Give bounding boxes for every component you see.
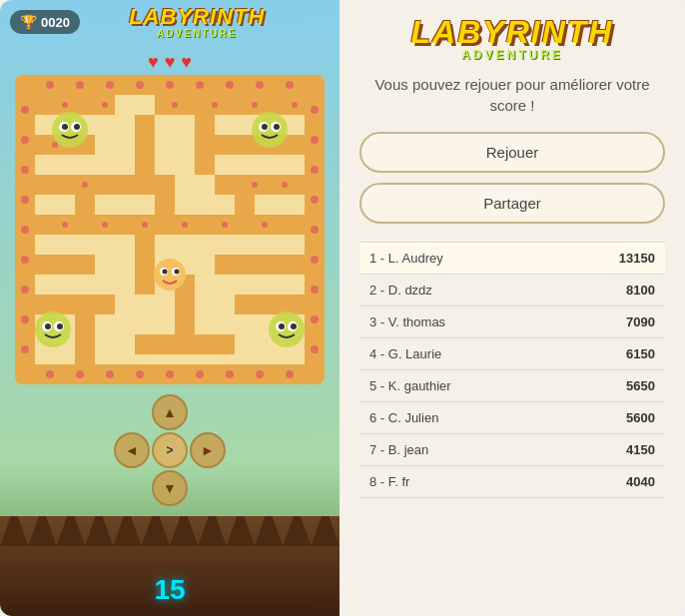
svg-point-85	[262, 124, 268, 130]
svg-point-73	[142, 222, 148, 228]
subtitle-text: Vous pouvez rejouer pour améliorer votre…	[359, 74, 665, 116]
leaderboard-row: 6 - C. Julien5600	[359, 402, 665, 434]
svg-point-90	[163, 270, 168, 275]
svg-point-62	[102, 102, 108, 108]
game-title-left: LABYRINTH ADVENTURE	[129, 6, 265, 39]
rejouer-button[interactable]: Rejouer	[359, 132, 665, 173]
svg-point-43	[311, 106, 319, 114]
lb-name: 7 - B. jean	[369, 442, 428, 457]
ctrl-empty-br	[190, 470, 226, 506]
svg-point-32	[256, 81, 264, 89]
svg-point-60	[286, 370, 294, 378]
svg-point-46	[311, 196, 319, 204]
svg-point-95	[45, 323, 51, 329]
svg-point-51	[311, 345, 319, 353]
ctrl-empty-tl	[114, 394, 150, 430]
score-badge: 🏆 0020	[10, 10, 80, 34]
heart-1: ♥	[148, 52, 159, 73]
partager-button[interactable]: Partager	[359, 183, 665, 224]
svg-point-30	[196, 81, 204, 89]
svg-rect-18	[135, 235, 155, 295]
svg-rect-11	[35, 175, 175, 195]
lb-name: 8 - F. fr	[369, 474, 409, 489]
maze-container	[15, 75, 325, 384]
svg-point-61	[62, 102, 68, 108]
game-panel: 🏆 0020 LABYRINTH ADVENTURE ♥ ♥ ♥	[0, 0, 340, 616]
svg-point-92	[35, 311, 71, 347]
svg-point-31	[226, 81, 234, 89]
svg-point-63	[172, 102, 178, 108]
svg-point-64	[212, 102, 218, 108]
ctrl-down-button[interactable]: ▼	[152, 470, 188, 506]
svg-point-53	[76, 370, 84, 378]
svg-point-49	[311, 286, 319, 294]
svg-point-38	[21, 226, 29, 234]
svg-point-69	[252, 182, 258, 188]
leaderboard-row: 2 - D. dzdz8100	[359, 275, 665, 307]
svg-point-75	[222, 222, 228, 228]
svg-rect-22	[235, 295, 305, 314]
lb-score: 5600	[626, 410, 655, 425]
ctrl-right-button[interactable]: ►	[190, 432, 226, 468]
leaderboard-row: 8 - F. fr4040	[359, 466, 665, 498]
svg-point-48	[311, 256, 319, 264]
title-sub-left: ADVENTURE	[129, 28, 265, 39]
lb-name: 1 - L. Audrey	[369, 251, 443, 266]
maze-svg	[15, 75, 325, 384]
ctrl-up-button[interactable]: ▲	[152, 394, 188, 430]
svg-point-77	[52, 112, 88, 148]
svg-rect-24	[135, 334, 235, 354]
ctrl-left-button[interactable]: ◄	[114, 432, 150, 468]
lb-score: 7090	[626, 314, 655, 329]
svg-rect-12	[215, 175, 305, 195]
svg-point-26	[76, 81, 84, 89]
svg-point-74	[182, 222, 188, 228]
ctrl-empty-tr	[190, 394, 226, 430]
lb-name: 6 - C. Julien	[369, 410, 438, 425]
svg-point-101	[291, 323, 297, 329]
lb-score: 4040	[626, 474, 655, 489]
maze-background	[15, 75, 325, 384]
svg-point-37	[21, 196, 29, 204]
svg-point-70	[282, 182, 288, 188]
svg-point-96	[57, 323, 63, 329]
svg-rect-9	[195, 115, 215, 175]
svg-point-80	[62, 124, 68, 130]
game-title-right: LABYRINTH ADVENTURE	[411, 16, 614, 62]
svg-point-42	[21, 345, 29, 353]
svg-point-66	[292, 102, 298, 108]
lb-name: 2 - D. dzdz	[369, 283, 432, 298]
svg-point-71	[62, 222, 68, 228]
svg-rect-16	[235, 195, 255, 235]
svg-point-45	[311, 166, 319, 174]
svg-point-52	[46, 370, 54, 378]
svg-point-67	[52, 142, 58, 148]
leaderboard-row: 5 - K. gauthier5650	[359, 370, 665, 402]
ground-score: 15	[154, 574, 185, 606]
svg-point-97	[269, 311, 305, 347]
leaderboard-row: 4 - G. Laurie6150	[359, 338, 665, 370]
ctrl-empty-bl	[114, 470, 150, 506]
heart-3: ♥	[181, 52, 192, 73]
ctrl-center-button[interactable]: >	[152, 432, 188, 468]
lb-name: 5 - K. gauthier	[369, 378, 451, 393]
lb-score: 4150	[626, 442, 655, 457]
score-value: 0020	[41, 15, 70, 30]
svg-rect-15	[155, 195, 175, 235]
leaderboard-row: 7 - B. jean4150	[359, 434, 665, 466]
lb-name: 4 - G. Laurie	[369, 346, 441, 361]
svg-point-68	[82, 182, 88, 188]
svg-point-34	[21, 106, 29, 114]
svg-point-57	[196, 370, 204, 378]
svg-rect-14	[75, 195, 95, 235]
svg-rect-23	[75, 314, 95, 364]
svg-point-76	[262, 222, 268, 228]
lb-score: 13150	[619, 251, 655, 266]
svg-point-54	[106, 370, 114, 378]
svg-point-29	[166, 81, 174, 89]
svg-point-56	[166, 370, 174, 378]
lb-score: 8100	[626, 283, 655, 298]
svg-rect-19	[215, 255, 305, 275]
svg-point-72	[102, 222, 108, 228]
svg-point-81	[74, 124, 80, 130]
